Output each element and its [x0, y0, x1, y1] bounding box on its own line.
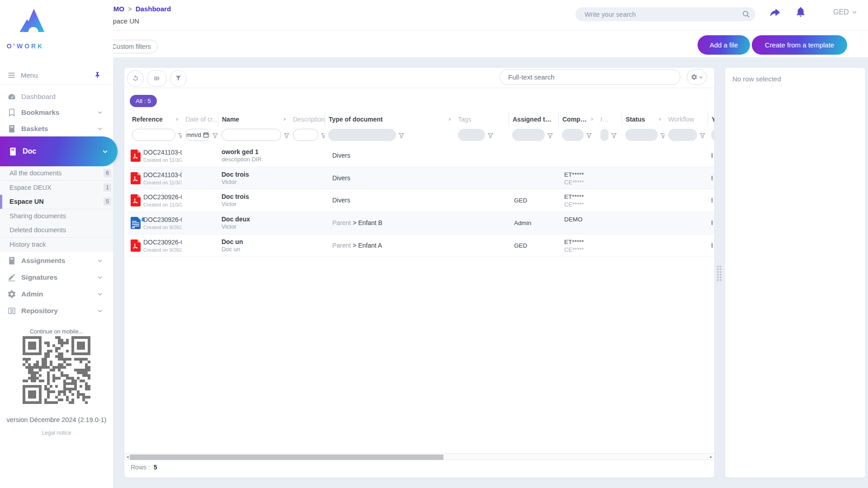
fulltext-search-input[interactable]	[508, 70, 671, 84]
horizontal-scrollbar[interactable]: ◄ ►	[124, 453, 714, 460]
document-reference: DOC230926-01610-3	[143, 193, 182, 201]
column-header-i[interactable]: I…	[597, 112, 622, 127]
created-date: Created on 9/26/2023 3:09:45 AM	[143, 225, 182, 230]
menu-toggle[interactable]: Menu	[0, 67, 113, 83]
sort-arrow-icon[interactable]	[449, 117, 451, 121]
doc-submenu-item-history-track[interactable]: History track	[0, 238, 113, 252]
filter-input-date-of-cr[interactable]: mm/d	[185, 129, 210, 141]
chevron-down-icon	[852, 11, 857, 14]
sidebar-item-bookmarks[interactable]: Bookmarks	[0, 105, 113, 121]
column-header-description[interactable]: Description	[289, 112, 325, 127]
doc-submenu-item-all-the-documents[interactable]: All the documents6	[0, 166, 113, 181]
create-from-template-button[interactable]: Create from a template	[752, 35, 847, 55]
calendar-icon[interactable]	[203, 132, 209, 138]
panel-resize-handle[interactable]	[717, 266, 722, 281]
sidebar-item-baskets[interactable]: Baskets	[0, 121, 113, 137]
sort-arrow-icon[interactable]	[284, 117, 286, 121]
sort-arrow-icon[interactable]	[659, 117, 661, 121]
table-row[interactable]: DOC241103-01627-0Created on 11/3/2024 10…	[128, 167, 714, 190]
column-filter-funnel-icon[interactable]	[321, 132, 325, 137]
notifications-bell-icon[interactable]	[795, 6, 807, 18]
sort-arrow-icon[interactable]	[176, 117, 179, 121]
legal-notice-link[interactable]: Legal notice	[0, 430, 113, 436]
grid-settings-button[interactable]	[687, 69, 707, 85]
documents-grid-card: All : 5 ReferenceDate of cr…NameDescript…	[124, 68, 714, 478]
refresh-button[interactable]	[127, 70, 144, 87]
column-filter-funnel-icon[interactable]	[178, 132, 182, 137]
column-header-y[interactable]: Y…	[708, 112, 714, 127]
scrollbar-thumb[interactable]	[130, 455, 443, 460]
pin-icon[interactable]	[94, 71, 101, 79]
filter-button[interactable]	[170, 70, 187, 87]
filter-input-name[interactable]	[222, 129, 281, 141]
search-icon[interactable]	[742, 10, 750, 18]
sort-arrow-icon[interactable]	[591, 117, 594, 121]
user-menu[interactable]: GED	[833, 8, 857, 16]
created-date: Created on 11/3/2024 10:22:56 PM	[143, 202, 182, 207]
column-filter-funnel-icon[interactable]	[660, 132, 665, 137]
doc-submenu-item-espace-deux[interactable]: Espace DEUX1	[0, 181, 113, 195]
submenu-item-label: History track	[9, 241, 46, 248]
column-header-tags[interactable]: Tags	[454, 112, 509, 127]
column-header-label: Workflow	[668, 116, 694, 123]
table-row[interactable]: DOC230926-01610-3Created on 11/3/2024 10…	[128, 189, 714, 212]
breadcrumb-current[interactable]: Dashboard	[136, 5, 171, 13]
assigned-to: GED	[514, 242, 527, 249]
bookmark-icon	[7, 108, 16, 117]
document-subtitle: Doc un	[222, 246, 240, 253]
global-search-input[interactable]	[585, 7, 734, 21]
doc-submenu-item-espace-un[interactable]: Espace UN5	[0, 195, 113, 209]
column-filter-funnel-icon[interactable]	[700, 132, 705, 137]
share-icon[interactable]	[769, 6, 780, 18]
filter-funnel-icon	[175, 75, 182, 82]
all-filter-badge[interactable]: All : 5	[130, 95, 157, 107]
sidebar-item-dashboard[interactable]: Dashboard	[0, 89, 113, 105]
table-row[interactable]: DOC230926-01609-0Created on 9/26/2023 3:…	[128, 212, 714, 235]
doc-submenu-item-deleted-documents[interactable]: Deleted documents	[0, 223, 113, 238]
scroll-right-arrow[interactable]: ►	[708, 455, 714, 460]
filter-cell-y	[708, 127, 714, 142]
column-filter-funnel-icon[interactable]	[488, 132, 493, 137]
sidebar-item-repository[interactable]: Repository	[0, 302, 113, 319]
submenu-item-label: Espace DEUX	[9, 184, 52, 191]
filter-input-description[interactable]	[293, 129, 318, 141]
column-header-name[interactable]: Name	[218, 112, 289, 127]
document-type: Parent > Enfant B	[332, 219, 382, 226]
sidebar-item-assignments[interactable]: Assignments	[0, 252, 113, 269]
column-header-date-of-cr[interactable]: Date of cr…	[182, 112, 218, 127]
column-filter-funnel-icon[interactable]	[399, 132, 404, 137]
column-filter-funnel-icon[interactable]	[611, 132, 617, 137]
column-filter-funnel-icon[interactable]	[212, 132, 218, 137]
column-header-type-of-document[interactable]: Type of document	[325, 112, 454, 127]
sidebar-item-doc[interactable]: Doc	[0, 136, 118, 166]
column-header-comp[interactable]: Comp…	[558, 112, 597, 127]
clipped-cell: I	[708, 212, 714, 234]
mobile-hint: Continue on mobile...	[0, 328, 113, 335]
doc-submenu-item-sharing-documents[interactable]: Sharing documents	[0, 209, 113, 224]
column-header-assigned-t[interactable]: Assigned t…	[509, 112, 558, 127]
add-file-button[interactable]: Add a file	[698, 35, 750, 55]
document-subtitle: Victor	[222, 223, 236, 230]
document-name: Doc deux	[222, 216, 250, 223]
filter-input-reference[interactable]	[132, 129, 175, 141]
document-type: Divers	[332, 152, 350, 159]
column-header-status[interactable]: Status	[622, 112, 665, 127]
pdf-file-icon	[131, 150, 141, 164]
column-filter-funnel-icon[interactable]	[547, 132, 553, 137]
column-filter-funnel-icon[interactable]	[586, 132, 592, 137]
version-label: version Décembre 2024 (2.19.0-1)	[0, 416, 113, 423]
sidebar-item-label: Dashboard	[21, 93, 56, 101]
owork-logo	[18, 5, 47, 35]
column-header-workflow[interactable]: Workflow	[665, 112, 708, 127]
book-icon	[7, 256, 16, 265]
columns-button[interactable]	[147, 70, 167, 87]
sidebar-item-admin[interactable]: Admin	[0, 286, 113, 302]
sidebar-item-signatures[interactable]: Signatures	[0, 269, 113, 286]
document-name: Doc un	[222, 238, 243, 245]
company-line2: CE*****	[564, 201, 584, 208]
column-filter-funnel-icon[interactable]	[284, 132, 289, 137]
column-header-reference[interactable]: Reference	[128, 112, 182, 127]
table-row[interactable]: DOC241103-01636-0Created on 11/3/2024 10…	[128, 145, 714, 167]
table-row[interactable]: DOC230926-01608-0Created on 9/26/2023 3:…	[128, 235, 714, 257]
created-date: Created on 9/26/2023 3:08:43 AM	[143, 247, 182, 253]
